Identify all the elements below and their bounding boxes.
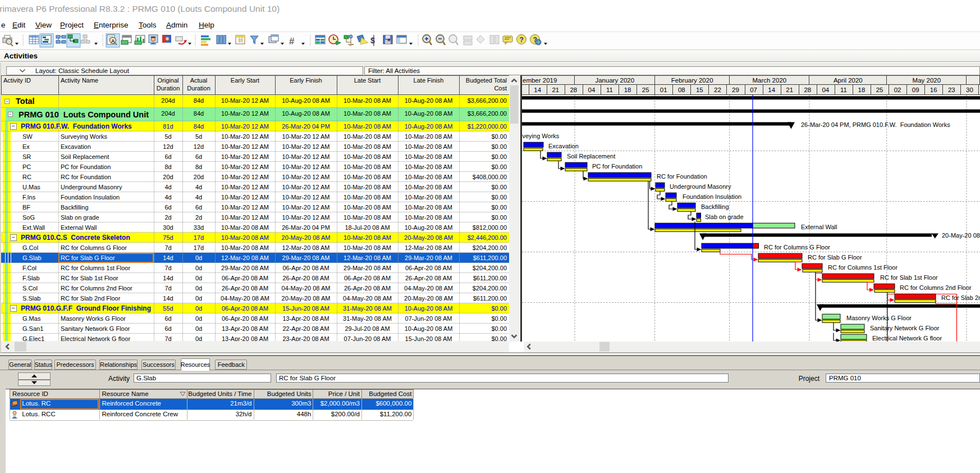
svg-text:veying Works: veying Works — [523, 133, 560, 139]
svg-text:Masonry Works G Floor: Masonry Works G Floor — [846, 315, 912, 321]
svg-text:RC for Columns G Floor: RC for Columns G Floor — [764, 244, 830, 251]
svg-text:Sanitary Network G Floor: Sanitary Network G Floor — [870, 325, 940, 331]
svg-text:RC for Columns 2nd Floor: RC for Columns 2nd Floor — [900, 284, 972, 291]
svg-text:20-May-20 08.: 20-May-20 08. — [942, 232, 980, 239]
svg-text:RC for Slab G Floor: RC for Slab G Floor — [808, 254, 862, 261]
svg-text:Foundation Insulation: Foundation Insulation — [683, 193, 741, 200]
svg-text:Underground Masonry: Underground Masonry — [670, 183, 731, 190]
svg-text:RC for Foundation: RC for Foundation — [657, 173, 707, 180]
svg-text:External Wall: External Wall — [801, 224, 837, 230]
svg-text:RC for Columns 1st Floor: RC for Columns 1st Floor — [828, 264, 897, 271]
svg-text:Electrical Network G floor: Electrical Network G floor — [872, 335, 942, 342]
svg-text:Excavation: Excavation — [548, 143, 579, 149]
svg-text:RC for Slab 1st Floor: RC for Slab 1st Floor — [880, 274, 938, 281]
svg-text:PC for Foundation: PC for Foundation — [592, 163, 642, 170]
svg-text:RC for Slab 2n: RC for Slab 2n — [941, 294, 980, 301]
svg-text:Slab on grade: Slab on grade — [705, 213, 744, 220]
svg-text:26-Mar-20 04 PM, PRMG 010.F.W.: 26-Mar-20 04 PM, PRMG 010.F.W. Foundatio… — [801, 121, 950, 128]
svg-text:Soil Replacement: Soil Replacement — [567, 153, 615, 160]
svg-text:Backfilling: Backfilling — [701, 203, 729, 210]
